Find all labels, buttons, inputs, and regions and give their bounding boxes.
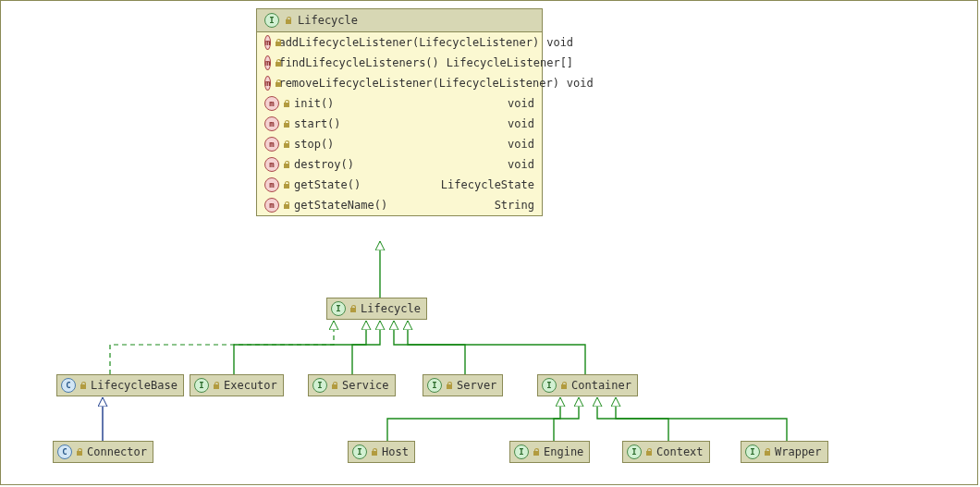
interface-icon: I	[264, 13, 279, 28]
method-icon: m	[264, 157, 279, 172]
interface-icon: I	[331, 301, 346, 316]
lock-icon	[645, 448, 653, 456]
lock-icon	[76, 448, 83, 456]
node-label: Connector	[87, 445, 147, 458]
lock-icon	[283, 161, 290, 168]
class-name: Lifecycle	[298, 14, 358, 27]
node-label: Wrapper	[775, 445, 822, 458]
node-label: Service	[342, 379, 389, 392]
lock-icon	[80, 382, 87, 389]
node-label: Lifecycle	[361, 302, 421, 315]
method-icon: m	[264, 35, 271, 50]
node-host: I Host	[348, 441, 415, 463]
method-icon: m	[264, 96, 279, 111]
node-label: Container	[571, 379, 631, 392]
class-methods: maddLifecycleListener(LifecycleListener)…	[257, 32, 542, 215]
method-signature: destroy()	[294, 158, 354, 171]
method-row: mgetState()LifecycleState	[257, 175, 542, 195]
node-engine: I Engine	[509, 441, 590, 463]
method-signature: addLifecycleListener(LifecycleListener)	[278, 36, 539, 49]
method-return: LifecycleState	[441, 178, 534, 191]
node-container: I Container	[537, 374, 638, 396]
node-server: I Server	[423, 374, 503, 396]
lock-icon	[283, 120, 290, 128]
method-row: mremoveLifecycleListener(LifecycleListen…	[257, 73, 542, 93]
method-icon: m	[264, 76, 271, 91]
interface-icon: I	[312, 378, 327, 393]
lock-icon	[283, 201, 290, 209]
method-return: void	[508, 117, 534, 130]
lock-icon	[283, 181, 290, 189]
lock-icon	[371, 448, 378, 456]
node-service: I Service	[308, 374, 396, 396]
node-executor: I Executor	[190, 374, 284, 396]
method-row: mstop()void	[257, 134, 542, 154]
lock-icon	[764, 448, 771, 456]
node-lifecyclebase: C LifecycleBase	[56, 374, 184, 396]
method-row: minit()void	[257, 93, 542, 114]
class-header: I Lifecycle	[257, 9, 542, 32]
method-row: mfindLifecycleListeners()LifecycleListen…	[257, 53, 542, 73]
lock-icon	[349, 305, 357, 312]
method-return: void	[567, 77, 594, 90]
node-lifecycle: I Lifecycle	[326, 298, 427, 320]
lock-icon	[446, 382, 453, 389]
lock-icon	[283, 140, 290, 148]
method-return: LifecycleListener[]	[447, 56, 573, 69]
interface-icon: I	[194, 378, 209, 393]
method-row: mstart()void	[257, 114, 542, 134]
node-context: I Context	[622, 441, 710, 463]
node-label: LifecycleBase	[91, 379, 178, 392]
method-signature: getState()	[294, 178, 361, 191]
lock-icon	[283, 100, 290, 107]
method-icon: m	[264, 116, 279, 131]
interface-icon: I	[514, 444, 529, 459]
method-icon: m	[264, 137, 279, 152]
lock-icon	[533, 448, 540, 456]
method-signature: stop()	[294, 138, 334, 151]
method-icon: m	[264, 177, 279, 192]
interface-icon: I	[627, 444, 642, 459]
node-label: Server	[457, 379, 496, 392]
node-label: Context	[656, 445, 704, 458]
method-icon: m	[264, 55, 271, 70]
node-connector: C Connector	[53, 441, 153, 463]
interface-icon: I	[542, 378, 557, 393]
node-label: Engine	[544, 445, 583, 458]
method-row: mgetStateName()String	[257, 195, 542, 215]
lock-icon	[560, 382, 568, 389]
lock-icon	[213, 382, 220, 389]
interface-icon: I	[745, 444, 760, 459]
lock-icon	[331, 382, 338, 389]
method-row: maddLifecycleListener(LifecycleListener)…	[257, 32, 542, 53]
node-label: Host	[382, 445, 409, 458]
method-signature: start()	[294, 117, 341, 130]
node-label: Executor	[224, 379, 277, 392]
method-return: void	[508, 158, 534, 171]
method-row: mdestroy()void	[257, 154, 542, 175]
method-signature: removeLifecycleListener(LifecycleListene…	[278, 77, 558, 90]
method-signature: init()	[294, 97, 334, 110]
class-icon: C	[61, 378, 76, 393]
method-return: void	[546, 36, 573, 49]
diagram-canvas: I Lifecycle maddLifecycleListener(Lifecy…	[0, 0, 978, 485]
method-icon: m	[264, 198, 279, 213]
class-icon: C	[57, 444, 72, 459]
method-return: String	[495, 199, 534, 212]
class-box-lifecycle: I Lifecycle maddLifecycleListener(Lifecy…	[256, 8, 543, 216]
node-wrapper: I Wrapper	[741, 441, 828, 463]
lock-icon	[285, 17, 292, 24]
method-return: void	[508, 97, 534, 110]
method-signature: findLifecycleListeners()	[278, 56, 438, 69]
method-return: void	[508, 138, 534, 151]
method-signature: getStateName()	[294, 199, 387, 212]
interface-icon: I	[427, 378, 442, 393]
interface-icon: I	[352, 444, 367, 459]
